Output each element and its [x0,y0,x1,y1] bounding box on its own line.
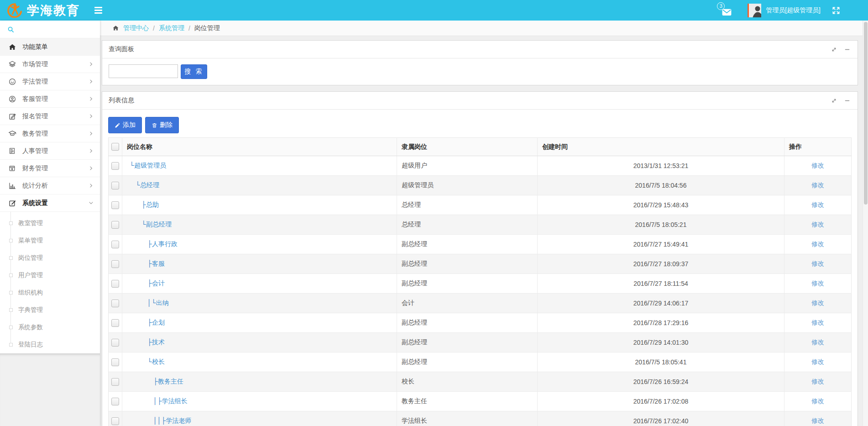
created-time-cell: 2016/7/26 16:59:24 [538,372,784,392]
edit-link[interactable]: 修改 [811,397,824,405]
table-row: ├企划副总经理2016/7/28 17:29:16修改 [109,313,852,333]
table-row: │├学法组长教务主任2016/7/26 17:02:08修改 [109,392,852,411]
sidebar-item-academic-mgmt[interactable]: 教务管理 [0,125,100,142]
row-checkbox[interactable] [111,241,119,248]
position-name-link[interactable]: ├总助 [141,201,159,208]
sidebar-subitem-menu-mgmt[interactable]: 菜单管理 [0,232,100,249]
sidebar-item-function-menu[interactable]: 功能菜单 [0,38,100,56]
row-checkbox[interactable] [111,319,119,327]
sidebar-item-service-mgmt[interactable]: 客服管理 [0,90,100,108]
sidebar-subitem-login-log[interactable]: 登陆日志 [0,336,100,353]
notifications-button[interactable]: 3 [722,8,732,16]
sidebar-item-hr-mgmt[interactable]: 人事管理 [0,142,100,160]
edit-link[interactable]: 修改 [811,240,824,247]
scrollbar[interactable] [863,21,868,426]
breadcrumb-separator: / [188,25,190,32]
edit-square-icon [8,112,16,121]
tree-prefix: ├ [147,279,152,287]
sidebar-subitem-system-params[interactable]: 系统参数 [0,319,100,336]
position-name-link[interactable]: ├企划 [147,319,165,326]
sidebar-item-stats-analysis[interactable]: 统计分析 [0,177,100,195]
position-name: 总助 [146,201,159,208]
sidebar-item-finance-mgmt[interactable]: 财务管理 [0,160,100,177]
sidebar-subitem-post-mgmt[interactable]: 岗位管理 [0,249,100,267]
edit-link[interactable]: 修改 [811,162,824,169]
expand-panel-icon[interactable] [831,47,837,53]
position-name-link[interactable]: ├会计 [147,279,165,287]
add-button[interactable]: 添加 [108,117,142,133]
expand-panel-icon[interactable] [831,98,837,104]
row-checkbox[interactable] [111,398,119,405]
parent-position-cell: 总经理 [397,215,538,235]
edit-link[interactable]: 修改 [811,338,824,346]
sidebar-item-signup-mgmt[interactable]: 报名管理 [0,108,100,125]
row-checkbox[interactable] [111,339,119,347]
search-button[interactable]: 搜 索 [181,64,207,79]
list-panel-body: 添加 删除 [102,110,858,426]
edit-link[interactable]: 修改 [811,279,824,287]
fullscreen-button[interactable] [831,6,841,15]
edit-link[interactable]: 修改 [811,201,824,208]
position-name-link[interactable]: │└出纳 [147,299,169,306]
sidebar-subitem-classroom-mgmt[interactable]: 教室管理 [0,215,100,232]
pencil-icon [115,122,120,128]
edit-link[interactable]: 修改 [811,378,824,385]
breadcrumb-link-system-mgmt[interactable]: 系统管理 [159,24,184,32]
row-checkbox[interactable] [111,300,119,307]
position-name-link[interactable]: └副总经理 [141,221,172,228]
position-name-link[interactable]: ││├学法老师 [153,417,191,424]
row-checkbox[interactable] [111,358,119,366]
edit-link[interactable]: 修改 [811,181,824,189]
tree-prefix: └ [130,162,134,169]
collapse-panel-icon[interactable] [844,47,850,53]
table-row: ├人事行政副总经理2016/7/27 15:49:41修改 [109,235,852,254]
home-icon[interactable] [112,25,119,32]
row-checkbox[interactable] [111,162,119,170]
created-time-cell: 2016/7/27 18:09:37 [538,254,784,274]
edit-link[interactable]: 修改 [811,221,824,228]
sidebar-subitem-org-structure[interactable]: 组织机构 [0,284,100,301]
brand[interactable]: 学海教育 [6,2,80,19]
sidebar-toggle-button[interactable] [92,4,105,16]
row-checkbox[interactable] [111,260,119,268]
position-name-link[interactable]: ├人事行政 [147,240,178,247]
row-checkbox[interactable] [111,280,119,288]
sidebar-item-market-mgmt[interactable]: 市场管理 [0,56,100,73]
edit-link[interactable]: 修改 [811,260,824,267]
table-row: └超级管理员超级用户2013/1/31 12:53:21修改 [109,156,852,176]
position-name-link[interactable]: ├客服 [147,260,165,267]
row-checkbox[interactable] [111,201,119,209]
collapse-panel-icon[interactable] [844,98,850,104]
sidebar: 功能菜单市场管理学法管理客服管理报名管理教务管理人事管理财务管理统计分析系统设置… [0,21,100,426]
position-name-link[interactable]: ├教务主任 [153,378,183,385]
sidebar-item-system-settings[interactable]: 系统设置 [0,195,100,212]
position-name-link[interactable]: └校长 [147,358,165,365]
username[interactable]: 管理员[超级管理员] [766,6,821,15]
edit-link[interactable]: 修改 [811,417,824,424]
row-checkbox[interactable] [111,417,119,425]
select-all-checkbox[interactable] [111,143,119,151]
sidebar-subitem-user-mgmt[interactable]: 用户管理 [0,267,100,284]
scrollbar-thumb[interactable] [864,22,868,205]
sidebar-subitem-label: 教室管理 [18,219,43,227]
row-checkbox[interactable] [111,378,119,386]
row-checkbox[interactable] [111,182,119,189]
edit-link[interactable]: 修改 [811,299,824,306]
position-name-link[interactable]: └超级管理员 [130,162,166,169]
search-input[interactable] [19,26,87,33]
parent-position-cell: 教务主任 [397,392,538,411]
row-checkbox[interactable] [111,221,119,229]
edit-link[interactable]: 修改 [811,358,824,365]
sidebar-subitem-dict-mgmt[interactable]: 字典管理 [0,301,100,319]
edit-link[interactable]: 修改 [811,319,824,326]
breadcrumb-link-admin-center[interactable]: 管理中心 [123,24,149,32]
avatar[interactable] [748,4,761,17]
delete-button[interactable]: 删除 [145,117,179,133]
position-name-link[interactable]: │├学法组长 [153,397,188,405]
sidebar-search[interactable] [0,21,100,38]
query-keyword-input[interactable] [109,64,178,78]
sidebar-item-study-mgmt[interactable]: 学法管理 [0,73,100,90]
position-name-link[interactable]: ├技术 [147,338,165,346]
position-name-link[interactable]: └总经理 [136,181,159,189]
position-name: 副总经理 [146,221,172,228]
